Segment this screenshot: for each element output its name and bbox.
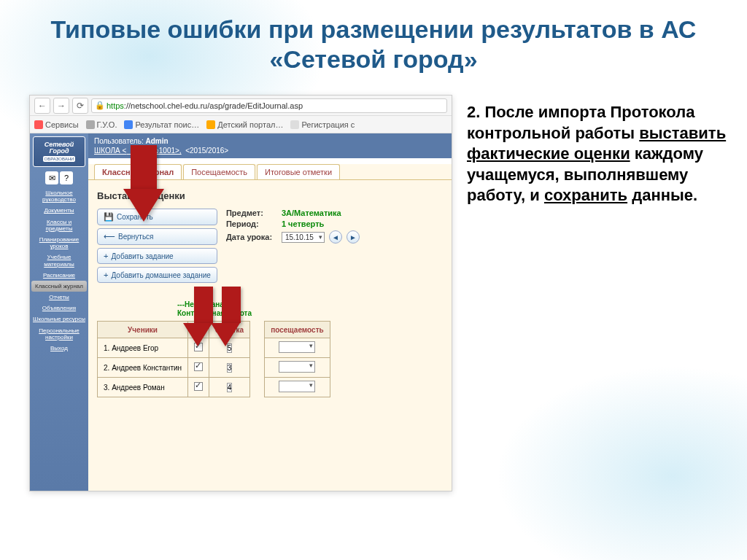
period-label: Период:	[226, 219, 277, 228]
browser-window: ← → ⟳ 🔒 https://netschool.chel-edu.ru/as…	[29, 95, 452, 491]
date-label: Дата урока:	[226, 233, 277, 241]
bookmark-apps[interactable]: Сервисы	[34, 120, 79, 129]
slide-note: 2. После импорта Протокола контрольной р…	[467, 102, 729, 206]
sidebar-materials[interactable]: Учебные материалы	[31, 252, 87, 269]
plus-icon: +	[104, 252, 108, 260]
tab-final[interactable]: Итоговые отметки	[257, 164, 340, 179]
sidebar-announcements[interactable]: Объявления	[31, 303, 87, 314]
help-icon[interactable]: ?	[60, 171, 73, 184]
attendance-select[interactable]	[279, 341, 315, 353]
annotation-arrow-mark	[211, 287, 252, 367]
bookmark-kids[interactable]: Детский портал…	[206, 120, 283, 129]
plus-icon: +	[104, 271, 108, 279]
back-icon: ⟵	[104, 232, 115, 241]
slide-title: Типовые ошибки при размещении результато…	[0, 15, 747, 74]
table-row: 3. Андреев Роман 4	[98, 378, 330, 397]
save-icon: 💾	[104, 212, 114, 222]
period-value: 1 четверть	[282, 219, 324, 228]
app-area: СетевойГород ОБРАЗОВАНИ ✉ ? Школьное рук…	[30, 133, 452, 491]
sidebar: СетевойГород ОБРАЗОВАНИ ✉ ? Школьное рук…	[30, 133, 88, 491]
add-task-button[interactable]: +Добавить задание	[97, 248, 217, 264]
col-students: Ученики	[98, 322, 188, 338]
sidebar-planning[interactable]: Планирование уроков	[31, 234, 87, 252]
date-next-button[interactable]: ►	[347, 230, 360, 244]
row-checkbox[interactable]	[194, 382, 203, 391]
back-button[interactable]: ⟵Вернуться	[97, 228, 217, 245]
address-bar[interactable]: 🔒 https://netschool.chel-edu.ru/asp/grad…	[91, 98, 447, 113]
col-attendance: посещаемость	[265, 322, 330, 338]
sidebar-documents[interactable]: Документы	[31, 205, 87, 216]
mail-icon[interactable]: ✉	[45, 171, 58, 184]
grade-input[interactable]: 4	[227, 383, 233, 392]
tab-attendance[interactable]: Посещаемость	[183, 164, 255, 179]
app-logo: СетевойГород ОБРАЗОВАНИ	[33, 136, 85, 167]
forward-button[interactable]: →	[53, 98, 69, 114]
reload-button[interactable]: ⟳	[72, 98, 88, 114]
attendance-select[interactable]	[279, 361, 315, 373]
sidebar-school-mgmt[interactable]: Школьное руководство	[31, 187, 87, 205]
sidebar-settings[interactable]: Персональные настройки	[31, 325, 87, 343]
subject-label: Предмет:	[226, 209, 277, 217]
attendance-select[interactable]	[279, 381, 315, 392]
bookmark-guo[interactable]: Г.У.О.	[86, 120, 117, 129]
sidebar-journal[interactable]: Классный журнал	[31, 281, 87, 292]
date-prev-button[interactable]: ◄	[329, 230, 342, 244]
sidebar-reports[interactable]: Отчеты	[31, 292, 87, 303]
sidebar-classes[interactable]: Классы и предметы	[31, 217, 87, 234]
browser-toolbar: ← → ⟳ 🔒 https://netschool.chel-edu.ru/as…	[30, 96, 452, 116]
main-panel: Пользователь: Admin ШКОЛА < ОШ №1001>, <…	[88, 133, 452, 491]
bookmark-reg[interactable]: Регистрация с	[290, 120, 355, 129]
bookmark-search[interactable]: Результат поис…	[124, 120, 199, 129]
date-select[interactable]: 15.10.15	[282, 232, 325, 243]
subject-value: 3А/Математика	[282, 209, 341, 217]
sidebar-resources[interactable]: Школьные ресурсы	[31, 314, 87, 324]
annotation-arrow-save	[123, 145, 164, 225]
back-button[interactable]: ←	[34, 98, 50, 114]
sidebar-exit[interactable]: Выход	[31, 343, 87, 354]
add-homework-button[interactable]: +Добавить домашнее задание	[97, 267, 217, 283]
sidebar-schedule[interactable]: Расписание	[31, 270, 87, 281]
bookmarks-bar: Сервисы Г.У.О. Результат поис… Детский п…	[30, 116, 452, 133]
